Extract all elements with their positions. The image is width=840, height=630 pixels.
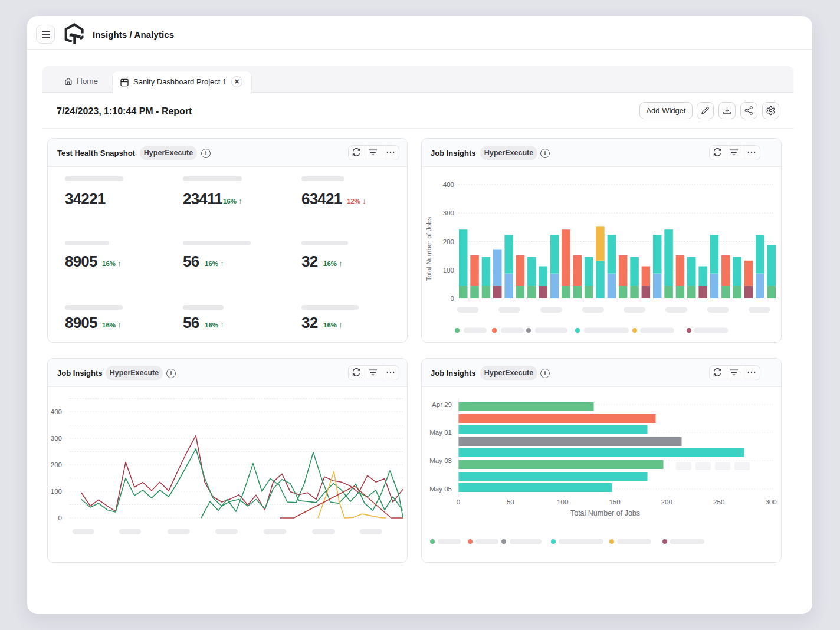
svg-text:150: 150	[609, 498, 620, 506]
svg-text:200: 200	[661, 498, 672, 506]
svg-text:Total Number of Jobs: Total Number of Jobs	[425, 216, 432, 281]
svg-text:0: 0	[457, 498, 460, 506]
svg-text:300: 300	[765, 498, 776, 506]
svg-text:400: 400	[51, 408, 62, 415]
svg-text:Apr 29: Apr 29	[432, 401, 452, 408]
svg-text:0: 0	[58, 514, 62, 521]
svg-text:May 01: May 01	[429, 429, 452, 436]
svg-text:0: 0	[451, 295, 454, 302]
svg-text:Total Number of Jobs: Total Number of Jobs	[570, 509, 640, 517]
svg-text:100: 100	[51, 488, 62, 495]
svg-text:200: 200	[51, 461, 62, 468]
svg-text:300: 300	[443, 209, 454, 216]
svg-text:May 03: May 03	[429, 457, 452, 464]
svg-text:May 05: May 05	[429, 485, 452, 493]
svg-text:100: 100	[443, 267, 454, 274]
svg-text:400: 400	[443, 181, 454, 188]
svg-text:300: 300	[51, 435, 62, 442]
svg-text:50: 50	[507, 498, 514, 506]
svg-text:100: 100	[557, 498, 568, 506]
svg-text:250: 250	[713, 498, 724, 506]
svg-text:200: 200	[443, 238, 454, 245]
